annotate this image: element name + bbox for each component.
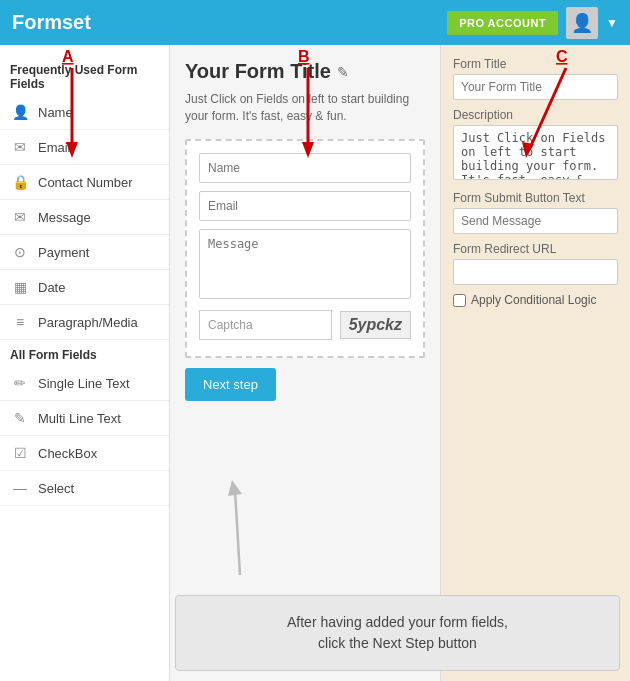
chevron-icon: ▼ bbox=[606, 16, 618, 30]
form-title: Your Form Title bbox=[185, 60, 331, 83]
date-icon: ▦ bbox=[10, 277, 30, 297]
app-title: Formset bbox=[12, 11, 91, 34]
sidebar-item-multi-line[interactable]: ✎ Multi Line Text bbox=[0, 401, 169, 436]
sidebar-item-name-label: Name bbox=[38, 105, 73, 120]
all-fields-title: All Form Fields bbox=[0, 340, 169, 366]
sidebar-item-email[interactable]: ✉ Email bbox=[0, 130, 169, 165]
person-icon: 👤 bbox=[10, 102, 30, 122]
sidebar-item-message[interactable]: ✉ Message bbox=[0, 200, 169, 235]
sidebar-item-contact[interactable]: 🔒 Contact Number bbox=[0, 165, 169, 200]
sidebar-item-date-label: Date bbox=[38, 280, 65, 295]
submit-button-label: Form Submit Button Text bbox=[453, 191, 618, 205]
email-input[interactable] bbox=[199, 191, 411, 221]
header-right: PRO ACCOUNT 👤 ▼ bbox=[447, 7, 618, 39]
sidebar-item-single-line[interactable]: ✏ Single Line Text bbox=[0, 366, 169, 401]
edit-icon[interactable]: ✎ bbox=[337, 64, 349, 80]
sidebar-item-paragraph[interactable]: ≡ Paragraph/Media bbox=[0, 305, 169, 340]
header: Formset PRO ACCOUNT 👤 ▼ bbox=[0, 0, 630, 45]
form-area: Your Form Title ✎ Just Click on Fields o… bbox=[170, 45, 440, 681]
sidebar-item-payment-label: Payment bbox=[38, 245, 89, 260]
submit-button-input[interactable] bbox=[453, 208, 618, 234]
captcha-label: Captcha bbox=[199, 310, 332, 340]
main-layout: Frequently Used Form Fields 👤 Name ✉ Ema… bbox=[0, 45, 630, 681]
sidebar-item-checkbox-label: CheckBox bbox=[38, 446, 97, 461]
tooltip-box: After having added your form fields,clic… bbox=[175, 595, 620, 671]
sidebar-item-email-label: Email bbox=[38, 140, 71, 155]
name-input[interactable] bbox=[199, 153, 411, 183]
conditional-logic-row: Apply Conditional Logic bbox=[453, 293, 618, 307]
sidebar-item-select[interactable]: — Select bbox=[0, 471, 169, 506]
form-title-row: Your Form Title ✎ bbox=[185, 60, 425, 83]
paragraph-icon: ≡ bbox=[10, 312, 30, 332]
message-input[interactable] bbox=[199, 229, 411, 299]
sidebar-item-message-label: Message bbox=[38, 210, 91, 225]
message-icon: ✉ bbox=[10, 207, 30, 227]
redirect-url-label: Form Redirect URL bbox=[453, 242, 618, 256]
payment-icon: ⊙ bbox=[10, 242, 30, 262]
description-label: Description bbox=[453, 108, 618, 122]
frequently-used-title: Frequently Used Form Fields bbox=[0, 55, 169, 95]
pro-account-button[interactable]: PRO ACCOUNT bbox=[447, 11, 558, 35]
right-panel: Form Title Description Just Click on Fie… bbox=[440, 45, 630, 681]
form-title-input[interactable] bbox=[453, 74, 618, 100]
sidebar-item-contact-label: Contact Number bbox=[38, 175, 133, 190]
email-icon: ✉ bbox=[10, 137, 30, 157]
sidebar-item-checkbox[interactable]: ☑ CheckBox bbox=[0, 436, 169, 471]
sidebar-item-date[interactable]: ▦ Date bbox=[0, 270, 169, 305]
description-textarea[interactable]: Just Click on Fields on left to start bu… bbox=[453, 125, 618, 180]
form-title-label: Form Title bbox=[453, 57, 618, 71]
sidebar-item-select-label: Select bbox=[38, 481, 74, 496]
phone-icon: 🔒 bbox=[10, 172, 30, 192]
captcha-row: Captcha 5ypckz bbox=[199, 310, 411, 340]
checkbox-icon: ☑ bbox=[10, 443, 30, 463]
form-fields-container: Captcha 5ypckz bbox=[185, 139, 425, 358]
conditional-logic-checkbox[interactable] bbox=[453, 294, 466, 307]
redirect-url-input[interactable] bbox=[453, 259, 618, 285]
captcha-code: 5ypckz bbox=[340, 311, 411, 339]
form-subtitle: Just Click on Fields on left to start bu… bbox=[185, 91, 425, 125]
next-step-button[interactable]: Next step bbox=[185, 368, 276, 401]
sidebar-item-name[interactable]: 👤 Name bbox=[0, 95, 169, 130]
select-icon: — bbox=[10, 478, 30, 498]
single-line-icon: ✏ bbox=[10, 373, 30, 393]
sidebar: Frequently Used Form Fields 👤 Name ✉ Ema… bbox=[0, 45, 170, 681]
sidebar-item-single-line-label: Single Line Text bbox=[38, 376, 130, 391]
multi-line-icon: ✎ bbox=[10, 408, 30, 428]
tooltip-text: After having added your form fields,clic… bbox=[196, 612, 599, 654]
sidebar-item-paragraph-label: Paragraph/Media bbox=[38, 315, 138, 330]
conditional-logic-label: Apply Conditional Logic bbox=[471, 293, 596, 307]
avatar[interactable]: 👤 bbox=[566, 7, 598, 39]
sidebar-item-payment[interactable]: ⊙ Payment bbox=[0, 235, 169, 270]
sidebar-item-multi-line-label: Multi Line Text bbox=[38, 411, 121, 426]
